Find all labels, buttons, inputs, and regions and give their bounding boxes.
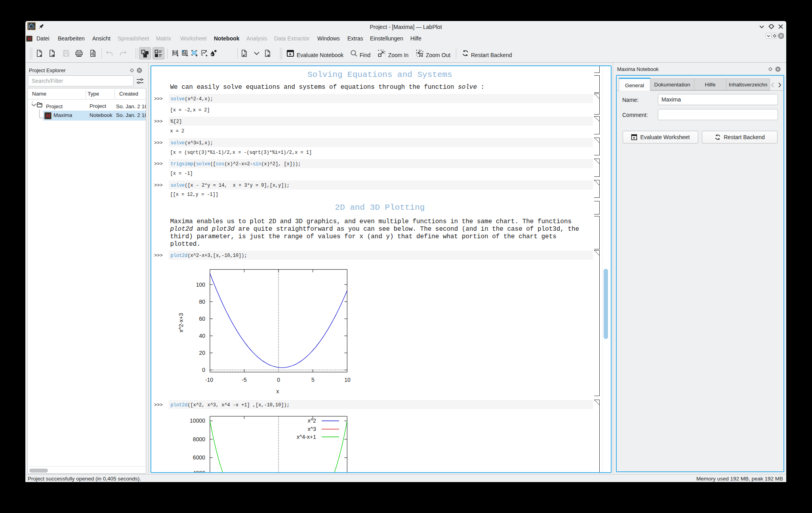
- svg-text:4000: 4000: [193, 470, 205, 473]
- svg-text:-10: -10: [205, 377, 213, 383]
- svg-text:20: 20: [199, 350, 205, 356]
- svg-text:-5: -5: [242, 377, 247, 383]
- svg-text:x^3: x^3: [308, 426, 316, 432]
- svg-text:100: 100: [196, 281, 206, 288]
- svg-text:80: 80: [199, 299, 205, 305]
- svg-text:x^4-x+1: x^4-x+1: [297, 434, 316, 440]
- svg-text:6000: 6000: [193, 454, 205, 461]
- svg-text:x: x: [276, 388, 279, 394]
- svg-text:10000: 10000: [190, 417, 205, 424]
- svg-text:M: M: [45, 113, 51, 119]
- svg-text:10: 10: [344, 377, 351, 383]
- svg-text:5: 5: [311, 377, 315, 383]
- svg-text:0: 0: [202, 367, 205, 373]
- svg-text:0: 0: [277, 377, 280, 383]
- svg-text:8000: 8000: [193, 436, 205, 442]
- svg-text:60: 60: [199, 316, 205, 322]
- svg-text:x^2-x+3: x^2-x+3: [178, 313, 184, 332]
- svg-text:40: 40: [199, 333, 205, 339]
- svg-text:x^2: x^2: [308, 417, 316, 424]
